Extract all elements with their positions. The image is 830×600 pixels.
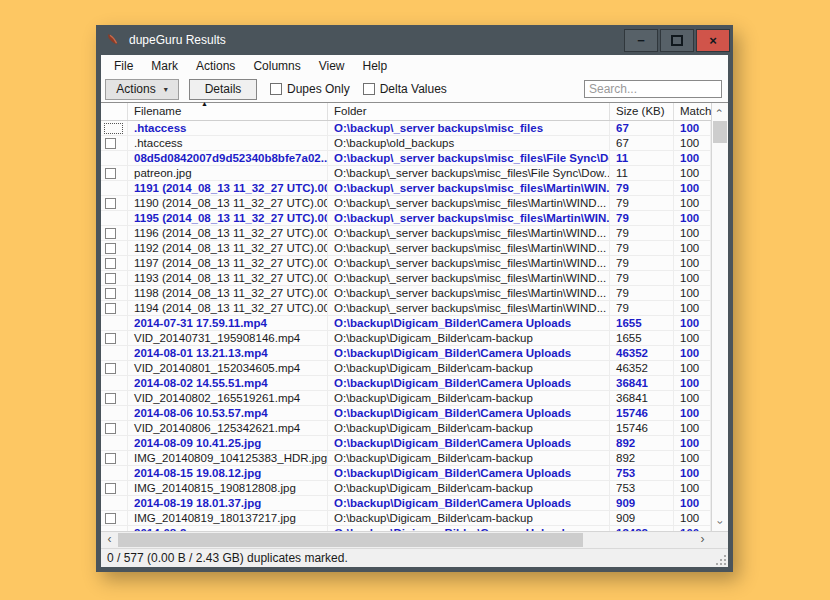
row-checkbox[interactable] bbox=[105, 483, 116, 494]
table-row[interactable]: 2014-08-01 13.21.13.mp4O:\backup\Digicam… bbox=[101, 346, 711, 361]
cell-folder: O:\backup\Digicam_Bilder\cam-backup bbox=[328, 481, 610, 495]
details-button[interactable]: Details bbox=[189, 79, 257, 100]
delta-values-checkbox[interactable] bbox=[363, 83, 375, 95]
row-checkbox-cell bbox=[101, 376, 128, 390]
cell-size: 892 bbox=[610, 436, 674, 450]
cell-filename: 2014-07-31 17.59.11.mp4 bbox=[128, 316, 328, 330]
row-checkbox[interactable] bbox=[105, 198, 116, 209]
minimize-button[interactable]: − bbox=[624, 29, 658, 52]
menu-item-file[interactable]: File bbox=[105, 58, 142, 74]
app-window: dupeGuru Results − × FileMarkActionsColu… bbox=[96, 25, 733, 572]
row-checkbox[interactable] bbox=[105, 513, 116, 524]
scrollbar-corner bbox=[711, 532, 728, 548]
actions-dropdown-button[interactable]: Actions ▾ bbox=[105, 79, 179, 100]
dupes-only-checkbox[interactable] bbox=[270, 83, 282, 95]
size-column-header[interactable]: Size (KB) bbox=[610, 103, 674, 120]
table-row[interactable]: VID_20140801_152034605.mp4O:\backup\Digi… bbox=[101, 361, 711, 376]
search-input[interactable] bbox=[584, 80, 722, 98]
table-row[interactable]: IMG_20140815_190812808.jpgO:\backup\Digi… bbox=[101, 481, 711, 496]
row-checkbox[interactable] bbox=[105, 273, 116, 284]
row-checkbox[interactable] bbox=[105, 393, 116, 404]
table-row[interactable]: 08d5d0842007d9d52340b8bfe7a02...O:\backu… bbox=[101, 151, 711, 166]
table-row[interactable]: 1197 (2014_08_13 11_32_27 UTC).001O:\bac… bbox=[101, 256, 711, 271]
row-checkbox[interactable] bbox=[105, 228, 116, 239]
vertical-scrollbar[interactable]: ‹ ‹ bbox=[711, 103, 728, 531]
cell-match: 100 bbox=[674, 196, 711, 210]
table-row[interactable]: 1195 (2014_08_13 11_32_27 UTC).001O:\bac… bbox=[101, 211, 711, 226]
cell-match: 100 bbox=[674, 331, 711, 345]
cell-size: 909 bbox=[610, 496, 674, 510]
row-checkbox[interactable] bbox=[105, 303, 116, 314]
table-row[interactable]: 2014-08-19 18.01.37.jpgO:\backup\Digicam… bbox=[101, 496, 711, 511]
vertical-scroll-thumb[interactable] bbox=[713, 121, 727, 143]
row-checkbox-cell bbox=[101, 421, 128, 435]
menu-item-mark[interactable]: Mark bbox=[142, 58, 187, 74]
table-row[interactable]: 1190 (2014_08_13 11_32_27 UTC).001O:\bac… bbox=[101, 196, 711, 211]
table-row[interactable]: 2014-08-09 10.41.25.jpgO:\backup\Digicam… bbox=[101, 436, 711, 451]
close-button[interactable]: × bbox=[696, 29, 730, 52]
table-body: .htaccessO:\backup\_server backups\misc_… bbox=[101, 121, 711, 531]
table-row[interactable]: IMG_20140809_104125383_HDR.jpgO:\backup\… bbox=[101, 451, 711, 466]
cell-size: 909 bbox=[610, 511, 674, 525]
table-row[interactable]: 2014-08-02 14.55.51.mp4O:\backup\Digicam… bbox=[101, 376, 711, 391]
row-checkbox-cell bbox=[101, 466, 128, 480]
row-checkbox-cell bbox=[101, 256, 128, 270]
delta-values-label: Delta Values bbox=[380, 82, 447, 96]
cell-folder: O:\backup\Digicam_Bilder\Camera Uploads bbox=[328, 466, 610, 480]
scroll-left-button[interactable]: ‹ bbox=[101, 532, 118, 548]
folder-column-header[interactable]: Folder bbox=[328, 103, 610, 120]
table-row[interactable]: VID_20140806_125342621.mp4O:\backup\Digi… bbox=[101, 421, 711, 436]
row-checkbox[interactable] bbox=[105, 363, 116, 374]
row-checkbox[interactable] bbox=[105, 333, 116, 344]
scroll-down-button[interactable]: ‹ bbox=[712, 515, 728, 531]
cell-size: 11 bbox=[610, 166, 674, 180]
horizontal-scroll-thumb[interactable] bbox=[118, 533, 583, 547]
row-checkbox[interactable] bbox=[105, 168, 116, 179]
menu-item-actions[interactable]: Actions bbox=[187, 58, 244, 74]
row-checkbox[interactable] bbox=[105, 258, 116, 269]
table-row[interactable]: 1193 (2014_08_13 11_32_27 UTC).001O:\bac… bbox=[101, 271, 711, 286]
table-row[interactable]: 1191 (2014_08_13 11_32_27 UTC).001O:\bac… bbox=[101, 181, 711, 196]
row-checkbox[interactable] bbox=[105, 453, 116, 464]
menu-item-view[interactable]: View bbox=[310, 58, 354, 74]
maximize-button[interactable] bbox=[660, 29, 694, 52]
match-column-header[interactable]: Match bbox=[674, 103, 711, 120]
table-row[interactable]: 1192 (2014_08_13 11_32_27 UTC).001O:\bac… bbox=[101, 241, 711, 256]
cell-folder: O:\backup\_server backups\misc_files\Mar… bbox=[328, 286, 610, 300]
status-bar: 0 / 577 (0.00 B / 2.43 GB) duplicates ma… bbox=[101, 548, 728, 567]
table-row[interactable]: IMG_20140819_180137217.jpgO:\backup\Digi… bbox=[101, 511, 711, 526]
table-row[interactable]: 1194 (2014_08_13 11_32_27 UTC).001O:\bac… bbox=[101, 301, 711, 316]
table-row[interactable]: .htaccessO:\backup\old_backups67100 bbox=[101, 136, 711, 151]
row-checkbox[interactable] bbox=[105, 243, 116, 254]
cell-folder: O:\backup\Digicam_Bilder\cam-backup bbox=[328, 451, 610, 465]
chevron-up-icon: ‹ bbox=[712, 109, 727, 113]
table-row[interactable]: VID_20140731_195908146.mp4O:\backup\Digi… bbox=[101, 331, 711, 346]
resize-grip[interactable] bbox=[716, 555, 726, 565]
cell-filename: 1192 (2014_08_13 11_32_27 UTC).001 bbox=[128, 241, 328, 255]
table-row[interactable]: 2014-07-31 17.59.11.mp4O:\backup\Digicam… bbox=[101, 316, 711, 331]
menu-item-columns[interactable]: Columns bbox=[244, 58, 309, 74]
sort-asc-icon: ▲ bbox=[201, 100, 208, 107]
cell-match: 100 bbox=[674, 316, 711, 330]
horizontal-scroll-track[interactable] bbox=[118, 532, 694, 548]
menu-item-help[interactable]: Help bbox=[354, 58, 397, 74]
scroll-up-button[interactable]: ‹ bbox=[712, 103, 728, 119]
table-row[interactable]: 1196 (2014_08_13 11_32_27 UTC).001O:\bac… bbox=[101, 226, 711, 241]
row-checkbox[interactable] bbox=[105, 288, 116, 299]
table-row[interactable]: patreon.jpgO:\backup\_server backups\mis… bbox=[101, 166, 711, 181]
table-row[interactable]: 2014-08-06 10.53.57.mp4O:\backup\Digicam… bbox=[101, 406, 711, 421]
horizontal-scrollbar[interactable]: ‹ › bbox=[101, 531, 728, 548]
scroll-right-button[interactable]: › bbox=[694, 532, 711, 548]
table-row[interactable]: VID_20140802_165519261.mp4O:\backup\Digi… bbox=[101, 391, 711, 406]
table-row[interactable]: 1198 (2014_08_13 11_32_27 UTC).001O:\bac… bbox=[101, 286, 711, 301]
table-row[interactable]: .htaccessO:\backup\_server backups\misc_… bbox=[101, 121, 711, 136]
table-row[interactable]: 2014-08-15 19.08.12.jpgO:\backup\Digicam… bbox=[101, 466, 711, 481]
filename-column-header[interactable]: Filename bbox=[128, 103, 328, 120]
row-checkbox[interactable] bbox=[105, 138, 116, 149]
cell-filename: VID_20140802_165519261.mp4 bbox=[128, 391, 328, 405]
toolbar: Actions ▾ Details Dupes Only Delta Value… bbox=[101, 76, 728, 103]
row-checkbox[interactable] bbox=[105, 423, 116, 434]
cell-folder: O:\backup\Digicam_Bilder\Camera Uploads bbox=[328, 436, 610, 450]
checkbox-column-header[interactable] bbox=[101, 103, 128, 120]
cell-filename: 2014-08-09 10.41.25.jpg bbox=[128, 436, 328, 450]
